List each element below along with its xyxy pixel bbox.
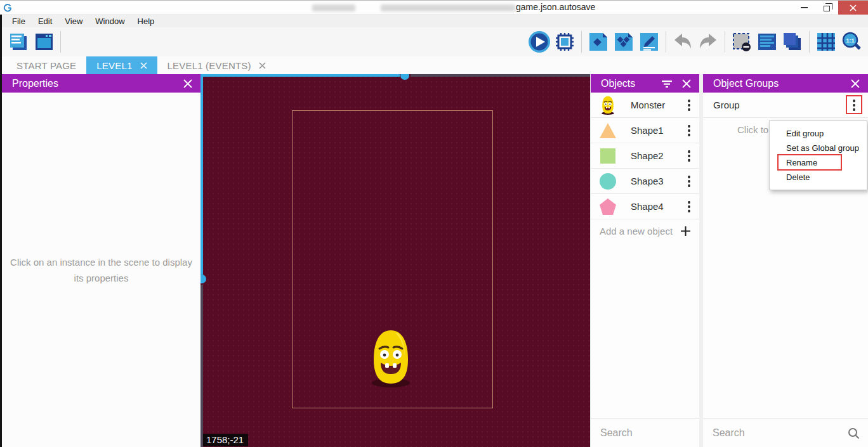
annotation-highlight-box: [846, 95, 862, 114]
objects-editor-button[interactable]: [586, 29, 611, 55]
vertical-scrollbar[interactable]: [201, 74, 203, 275]
object-menu-button[interactable]: [688, 150, 690, 162]
menu-item-set-global-group[interactable]: Set as Global group: [770, 141, 867, 155]
object-menu-button[interactable]: [688, 100, 690, 111]
kebab-menu-icon: [688, 201, 690, 212]
objects-panel-empty-space: [591, 242, 699, 418]
undo-icon: [672, 32, 694, 51]
properties-panel-body: Click on an instance in the scene to dis…: [2, 93, 201, 447]
groups-hint-text: Click to: [737, 124, 768, 135]
layers-list-icon: [756, 32, 778, 52]
menu-view[interactable]: View: [58, 16, 89, 26]
horizontal-scrollbar-track[interactable]: [411, 74, 590, 77]
minimize-button[interactable]: [792, 1, 815, 15]
add-object-button[interactable]: Add a new object: [591, 219, 699, 242]
object-row-shape2[interactable]: Shape2: [591, 143, 699, 169]
objects-panel-header: Objects: [591, 74, 699, 93]
filter-button[interactable]: [661, 79, 673, 88]
grid-button[interactable]: [813, 29, 839, 55]
toolbar-divider: [60, 31, 61, 53]
horizontal-scrollbar[interactable]: [201, 74, 400, 77]
group-row[interactable]: Group: [703, 93, 868, 118]
object-name: Shape4: [631, 201, 688, 212]
close-icon: [140, 62, 147, 69]
svg-text:1:1: 1:1: [846, 37, 854, 44]
close-icon: [850, 4, 857, 11]
object-name: Monster: [631, 100, 688, 110]
redacted-title-segment: [312, 4, 355, 11]
menu-help[interactable]: Help: [131, 16, 161, 26]
object-menu-button[interactable]: [688, 176, 690, 187]
tab-start-page[interactable]: START PAGE: [6, 56, 86, 74]
close-panel-button[interactable]: [850, 79, 860, 89]
restore-icon: [824, 6, 830, 11]
object-row-shape1[interactable]: Shape1: [591, 118, 699, 143]
object-menu-button[interactable]: [688, 201, 690, 212]
group-context-menu: Edit group Set as Global group Rename De…: [769, 120, 867, 190]
close-button[interactable]: [838, 1, 868, 15]
menu-window[interactable]: Window: [89, 16, 131, 26]
kebab-menu-icon: [688, 125, 690, 136]
menu-item-delete[interactable]: Delete: [770, 170, 867, 185]
project-manager-button[interactable]: [6, 29, 31, 55]
redacted-title-segment: [381, 4, 515, 11]
circle-thumbnail-icon: [598, 171, 618, 191]
pentagon-thumbnail-icon: [598, 197, 618, 217]
scene-editor-icon: [33, 32, 55, 52]
tab-close-button[interactable]: [140, 62, 147, 69]
panel-title: Objects: [601, 78, 652, 89]
scene-editor-button[interactable]: [31, 29, 56, 55]
vertical-scrollbar-track[interactable]: [201, 285, 203, 447]
kebab-menu-icon: [688, 100, 690, 111]
main-area: Properties Click on an instance in the s…: [0, 74, 868, 447]
debug-button[interactable]: [552, 29, 577, 55]
redo-button[interactable]: [695, 29, 721, 55]
gdevelop-window: game.json.autosave File Edit View Window…: [0, 0, 868, 447]
redo-icon: [697, 32, 719, 51]
properties-panel: Properties Click on an instance in the s…: [2, 74, 201, 447]
zoom-1-1-icon: 1:1: [840, 30, 863, 53]
object-row-shape3[interactable]: Shape3: [591, 169, 699, 194]
object-groups-button[interactable]: [611, 29, 636, 55]
panel-title: Properties: [12, 78, 174, 89]
vertical-scrollbar-handle[interactable]: [201, 275, 206, 283]
square-thumbnail-icon: [598, 146, 618, 166]
object-row-shape4[interactable]: Shape4: [591, 194, 699, 219]
monster-instance[interactable]: [370, 329, 412, 387]
kebab-menu-icon: [688, 150, 690, 162]
minimize-icon: [801, 7, 808, 8]
scene-canvas[interactable]: 1758;-21: [201, 74, 590, 447]
tab-level1[interactable]: LEVEL1: [86, 56, 157, 74]
debug-icon: [553, 30, 576, 53]
tab-level1-events[interactable]: LEVEL1 (EVENTS): [157, 56, 276, 74]
tab-bar: START PAGE LEVEL1 LEVEL1 (EVENTS): [0, 56, 868, 74]
groups-search-input[interactable]: [713, 427, 848, 439]
menu-file[interactable]: File: [6, 16, 32, 26]
object-name: Shape2: [631, 150, 688, 161]
object-row-monster[interactable]: Monster: [591, 93, 699, 118]
close-panel-button[interactable]: [681, 79, 692, 89]
horizontal-scrollbar-handle[interactable]: [400, 74, 409, 80]
group-name: Group: [713, 100, 853, 110]
grid-icon: [815, 31, 837, 53]
properties-edit-button[interactable]: [636, 29, 662, 55]
close-panel-button[interactable]: [183, 79, 193, 89]
menu-item-edit-group[interactable]: Edit group: [770, 126, 867, 141]
tab-close-button[interactable]: [259, 62, 266, 69]
layers-list-button[interactable]: [754, 29, 780, 55]
cursor-coordinates: 1758;-21: [203, 434, 248, 446]
remove-mask-button[interactable]: [729, 29, 754, 55]
play-button[interactable]: [527, 29, 552, 55]
window-title: game.json.autosave: [516, 2, 595, 12]
objects-editor-icon: [588, 31, 609, 53]
menu-edit[interactable]: Edit: [32, 16, 58, 26]
zoom-1-1-button[interactable]: 1:1: [839, 29, 864, 55]
undo-button[interactable]: [670, 29, 695, 55]
layers-button[interactable]: [780, 29, 805, 55]
restore-button[interactable]: [815, 1, 838, 15]
tab-label: START PAGE: [16, 60, 76, 71]
object-name: Shape1: [631, 125, 688, 136]
object-menu-button[interactable]: [688, 125, 690, 136]
toolbar-divider: [581, 31, 582, 53]
group-menu-button[interactable]: [853, 100, 855, 111]
